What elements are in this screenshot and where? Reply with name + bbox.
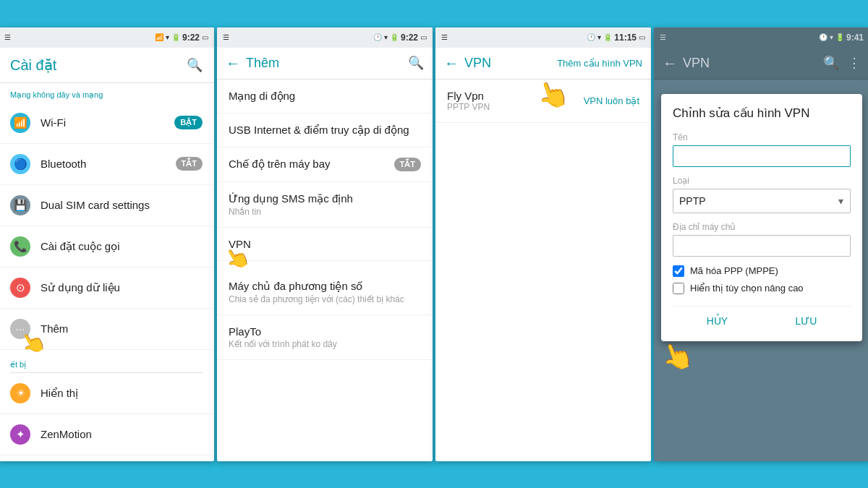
mppe-label: Mã hóa PPP (MPPE) <box>690 265 778 276</box>
status-time-1: 9:22 <box>182 33 200 43</box>
usb-internet-item[interactable]: USB Internet & điểm truy cập di động <box>217 114 433 147</box>
status-icons-right-2: 🕐 ▾ 🔋 9:22 ▭ <box>373 33 427 43</box>
wifi-toggle[interactable]: BẬT <box>174 116 203 129</box>
type-field-label: Loại <box>673 176 851 186</box>
vpn-item[interactable]: VPN 👆 <box>217 228 433 261</box>
dock-icon: ▭ <box>202 33 208 41</box>
airplane-mode-toggle[interactable]: TẮT <box>394 158 421 171</box>
status-bar-3: ☰ 🕐 ▾ 🔋 11:15 ▭ <box>435 27 651 48</box>
bluetooth-label: Bluetooth <box>41 158 176 170</box>
settings-title: Cài đặt <box>10 56 56 74</box>
edit-vpn-title: VPN <box>683 56 710 71</box>
media-server-item[interactable]: Máy chủ đa phương tiện số Chia sẻ đa phư… <box>217 270 433 315</box>
vpn-label: VPN <box>229 238 421 250</box>
dock-icon-3: ▭ <box>639 33 645 41</box>
sound-item[interactable]: 🔊 Âm thanh và thông báo <box>0 455 214 461</box>
vpn-nav-left: ← VPN <box>444 55 491 72</box>
usb-internet-label: USB Internet & điểm truy cập di động <box>229 124 421 137</box>
status-icons-right-1: 📶 ▾ 🔋 9:22 ▭ <box>155 33 208 43</box>
call-icon: 📞 <box>10 236 30 257</box>
menu-icon-4: ☰ <box>660 33 666 41</box>
three-dots-icon[interactable]: ⋮ <box>848 55 861 71</box>
edit-vpn-nav: ← VPN 🔍 ⋮ <box>654 48 868 80</box>
status-icons-right-3: 🕐 ▾ 🔋 11:15 ▭ <box>587 33 645 43</box>
status-time-3: 11:15 <box>614 33 637 43</box>
playto-sublabel: Kết nối với trình phát ko dây <box>229 339 421 349</box>
menu-icon-2: ☰ <box>223 33 229 41</box>
sms-default-label: Ứng dụng SMS mặc định <box>229 192 421 205</box>
status-icons-left-1: ☰ <box>4 33 11 41</box>
status-icons-left-3: ☰ <box>441 33 448 41</box>
type-select-wrapper: PPTP L2TP/IPSec PSK L2TP/IPSec RSA ▾ <box>673 189 851 213</box>
advanced-checkbox-row: Hiển thị tùy chọn nâng cao <box>673 283 851 294</box>
modal-actions: Hủy Lưu <box>673 306 851 330</box>
mobile-network-item[interactable]: Mạng di động <box>217 80 433 114</box>
edit-vpn-nav-left: ← VPN <box>663 55 710 72</box>
zenmotion-label: ZenMotion <box>41 428 203 440</box>
search-icon-2[interactable]: 🔍 <box>408 55 424 71</box>
battery-icon-3: 🔋 <box>603 33 612 41</box>
edit-vpn-modal: Chỉnh sửa cấu hình VPN Tên Loại PPTP L2T… <box>661 94 862 341</box>
mppe-checkbox[interactable] <box>673 265 684 277</box>
battery-icon-4: 🔋 <box>835 33 844 41</box>
search-icon[interactable]: 🔍 <box>187 57 203 73</box>
bluetooth-toggle[interactable]: TẮT <box>176 157 203 171</box>
back-arrow-3[interactable]: ← <box>444 55 459 72</box>
status-bar-1: ☰ 📶 ▾ 🔋 9:22 ▭ <box>0 27 214 48</box>
add-vpn-config-btn[interactable]: Thêm cấu hình VPN <box>557 58 642 69</box>
menu-icon: ☰ <box>4 33 11 41</box>
status-icons-left-4: ☰ <box>660 33 666 41</box>
airplane-mode-label: Chế độ trên máy bay <box>229 158 394 171</box>
more-item[interactable]: ··· Thêm 👆 <box>0 309 214 350</box>
name-field-label: Tên <box>673 132 851 142</box>
wifi-item[interactable]: 📶 Wi-Fi BẬT <box>0 103 214 144</box>
advanced-checkbox[interactable] <box>673 283 684 294</box>
dual-sim-item[interactable]: 💾 Dual SIM card settings <box>0 185 214 226</box>
status-icons-right-4: 🕐 ▾ 🔋 9:41 <box>819 33 864 43</box>
bluetooth-icon: 🔵 <box>10 154 30 174</box>
display-item[interactable]: ☀ Hiển thị <box>0 373 214 414</box>
back-arrow-2[interactable]: ← <box>226 55 240 72</box>
vpn-server-input[interactable] <box>673 235 851 257</box>
vpn-name-input[interactable] <box>673 145 851 167</box>
clock-icon-2: 🕐 <box>373 33 382 41</box>
fly-vpn-item[interactable]: Fly Vpn PPTP VPN VPN luôn bật 👆 <box>435 80 651 123</box>
media-server-label: Máy chủ đa phương tiện số <box>229 280 421 293</box>
type-select[interactable]: PPTP L2TP/IPSec PSK L2TP/IPSec RSA <box>673 189 851 213</box>
airplane-mode-item[interactable]: Chế độ trên máy bay TẮT <box>217 147 433 182</box>
data-usage-item[interactable]: ⊙ Sử dụng dữ liệu <box>0 267 214 309</box>
wifi-icon-2: ▾ <box>384 33 388 41</box>
mppe-checkbox-row: Mã hóa PPP (MPPE) <box>673 265 851 277</box>
status-time-2: 9:22 <box>401 33 418 43</box>
battery-icon: 🔋 <box>171 33 180 41</box>
clock-icon-3: 🕐 <box>587 33 595 41</box>
screen-them: ☰ 🕐 ▾ 🔋 9:22 ▭ ← Thêm 🔍 Mạng di động USB… <box>217 27 433 461</box>
call-settings-item[interactable]: 📞 Cài đặt cuộc gọi <box>0 226 214 267</box>
wifi-signal-icon: ▾ <box>166 33 169 41</box>
save-button[interactable]: Lưu <box>783 312 828 330</box>
sim-icon: 📶 <box>155 33 163 41</box>
wifi-icon: 📶 <box>10 113 30 133</box>
wifi-icon-3: ▾ <box>597 33 601 41</box>
cancel-button[interactable]: Hủy <box>695 312 739 330</box>
zenmotion-item[interactable]: ✦ ZenMotion <box>0 414 214 455</box>
display-icon: ☀ <box>10 383 30 403</box>
modal-title: Chỉnh sửa cấu hình VPN <box>673 106 851 121</box>
mobile-network-label: Mạng di động <box>229 90 421 103</box>
network-section-header: Mạng không dây và mạng <box>0 83 214 103</box>
them-nav-left: ← Thêm <box>226 55 279 72</box>
playto-item[interactable]: PlayTo Kết nối với trình phát ko dây <box>217 315 433 360</box>
back-arrow-4[interactable]: ← <box>663 55 677 72</box>
screen-vpn: ☰ 🕐 ▾ 🔋 11:15 ▭ ← VPN Thêm cấu hình VPN … <box>435 27 651 461</box>
advanced-label: Hiển thị tùy chọn nâng cao <box>690 283 804 294</box>
sms-default-item[interactable]: Ứng dụng SMS mặc định Nhắn tin <box>217 182 433 228</box>
data-usage-label: Sử dụng dữ liệu <box>41 281 203 294</box>
status-time-4: 9:41 <box>846 33 864 43</box>
menu-icon-3: ☰ <box>441 33 448 41</box>
dual-sim-label: Dual SIM card settings <box>41 199 203 211</box>
status-bar-2: ☰ 🕐 ▾ 🔋 9:22 ▭ <box>217 27 433 48</box>
bluetooth-item[interactable]: 🔵 Bluetooth TẮT <box>0 144 214 185</box>
always-on-btn[interactable]: VPN luôn bật <box>584 95 639 106</box>
display-label: Hiển thị <box>41 387 203 400</box>
search-icon-4[interactable]: 🔍 <box>823 55 839 71</box>
